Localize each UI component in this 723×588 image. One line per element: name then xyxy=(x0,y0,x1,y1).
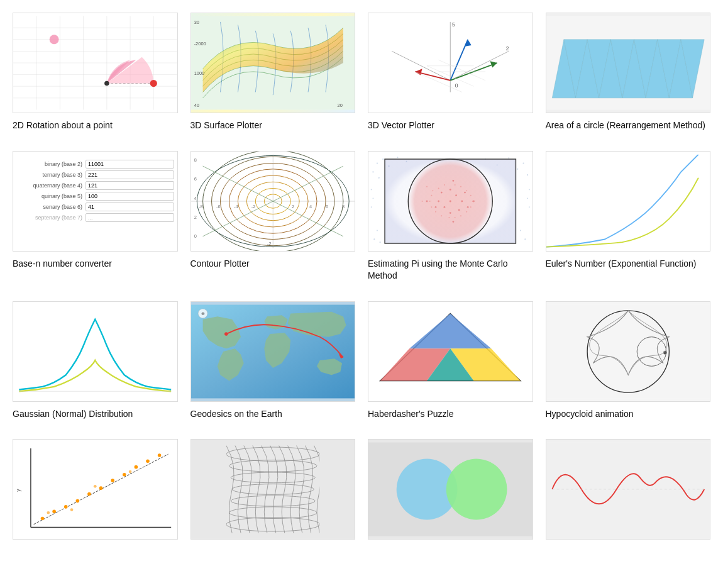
card-contour[interactable]: 8 6 4 2 0 8 6 4 2 -2 -4 -6 -8 -2 xyxy=(190,151,356,282)
svg-point-173 xyxy=(41,517,45,521)
card-3d-vector[interactable]: 5 2 0 xyxy=(368,13,533,132)
card-base-n[interactable]: binary (base 2) 11001 ternary (base 3) 2… xyxy=(13,151,178,282)
card-title-3d-surface: 3D Surface Plotter xyxy=(190,119,356,132)
card-title-hypocycloid: Hypocycloid animation xyxy=(546,408,711,421)
thumb-contour: 8 6 4 2 0 8 6 4 2 -2 -4 -6 -8 -2 xyxy=(190,151,356,252)
card-row4c[interactable] xyxy=(368,439,533,546)
svg-point-183 xyxy=(158,454,162,458)
svg-point-90 xyxy=(527,174,528,175)
svg-text:0: 0 xyxy=(455,82,458,89)
svg-rect-164 xyxy=(546,304,710,398)
thumb-row4a: y xyxy=(13,439,178,540)
svg-point-104 xyxy=(529,206,530,208)
svg-point-178 xyxy=(99,487,103,491)
svg-point-145 xyxy=(431,206,433,208)
svg-point-103 xyxy=(527,197,528,199)
card-gaussian[interactable]: Gaussian (Normal) Distribution xyxy=(13,301,178,421)
svg-point-184 xyxy=(47,511,50,514)
svg-point-146 xyxy=(429,201,431,202)
card-grid: 2D Rotation about a point xyxy=(13,13,710,546)
svg-point-88 xyxy=(522,162,524,164)
svg-text:-2: -2 xyxy=(251,204,255,209)
svg-point-148 xyxy=(422,201,423,202)
card-geodesics[interactable]: ⊕ Geodesics on the Earth xyxy=(190,301,356,421)
svg-text:-4: -4 xyxy=(233,204,238,209)
svg-point-100 xyxy=(373,197,374,199)
svg-point-16 xyxy=(50,35,59,44)
svg-point-129 xyxy=(426,186,428,187)
svg-point-132 xyxy=(444,184,445,186)
svg-point-142 xyxy=(448,217,450,218)
svg-point-83 xyxy=(377,162,378,164)
svg-rect-188 xyxy=(191,443,355,536)
card-row4a[interactable]: y xyxy=(13,439,178,546)
svg-point-87 xyxy=(378,177,380,178)
svg-point-99 xyxy=(371,189,372,190)
card-hypocycloid[interactable]: Hypocycloid animation xyxy=(546,301,711,421)
svg-text:6: 6 xyxy=(194,176,196,182)
svg-point-144 xyxy=(435,211,436,212)
svg-text:-6: -6 xyxy=(216,204,221,209)
svg-point-106 xyxy=(520,230,521,231)
svg-point-185 xyxy=(70,509,74,512)
svg-point-92 xyxy=(524,238,526,240)
card-row4d[interactable] xyxy=(546,439,711,546)
card-2d-rotation[interactable]: 2D Rotation about a point xyxy=(13,13,178,132)
svg-point-157 xyxy=(224,332,228,336)
svg-point-94 xyxy=(397,157,399,158)
svg-point-141 xyxy=(455,217,456,218)
card-title-3d-vector: 3D Vector Plotter xyxy=(368,119,533,132)
svg-point-14 xyxy=(104,81,109,86)
svg-text:2: 2 xyxy=(292,204,294,209)
svg-text:4: 4 xyxy=(309,204,311,209)
card-title-area-circle: Area of a circle (Rearrangement Method) xyxy=(546,119,711,132)
thumb-base-n: binary (base 2) 11001 ternary (base 3) 2… xyxy=(13,151,178,252)
thumb-row4d xyxy=(546,439,711,540)
svg-point-86 xyxy=(372,171,373,172)
svg-point-174 xyxy=(52,510,56,514)
card-title-2d-rotation: 2D Rotation about a point xyxy=(13,119,178,132)
svg-point-137 xyxy=(472,201,473,202)
svg-text:2: 2 xyxy=(506,45,509,52)
svg-point-187 xyxy=(129,470,132,474)
svg-point-134 xyxy=(460,186,461,187)
card-title-estimating-pi: Estimating Pi using the Monte Carlo Meth… xyxy=(368,258,533,282)
card-title-euler: Euler's Number (Exponential Function) xyxy=(546,258,711,270)
thumb-haberdasher xyxy=(368,301,533,402)
svg-point-140 xyxy=(460,215,461,216)
card-title-haberdasher: Haberdasher's Puzzle xyxy=(368,408,533,421)
thumb-3d-surface: 30 -2000 1000 20 40 xyxy=(190,13,356,113)
svg-text:30: 30 xyxy=(194,19,199,25)
thumb-area-circle xyxy=(546,13,711,113)
svg-text:-8: -8 xyxy=(199,204,203,209)
svg-point-179 xyxy=(111,479,114,483)
thumb-geodesics: ⊕ xyxy=(190,301,356,402)
card-3d-surface[interactable]: 30 -2000 1000 20 40 3D Surface Plotter xyxy=(190,13,356,132)
svg-point-101 xyxy=(371,206,372,208)
svg-text:5: 5 xyxy=(452,21,455,28)
card-haberdasher[interactable]: Haberdasher's Puzzle xyxy=(368,301,533,421)
card-area-circle[interactable]: Area of a circle (Rearrangement Method) xyxy=(546,13,711,132)
svg-point-143 xyxy=(441,215,442,216)
svg-point-98 xyxy=(508,157,509,158)
svg-point-89 xyxy=(517,168,518,169)
thumb-estimating-pi xyxy=(368,151,533,252)
card-euler[interactable]: Euler's Number (Exponential Function) xyxy=(546,151,711,282)
svg-text:20: 20 xyxy=(337,103,342,108)
thumb-3d-vector: 5 2 0 xyxy=(368,13,533,113)
svg-text:⊕: ⊕ xyxy=(201,311,204,316)
svg-text:0: 0 xyxy=(194,233,196,238)
svg-point-84 xyxy=(382,158,384,159)
svg-point-91 xyxy=(373,238,375,240)
svg-text:8: 8 xyxy=(194,157,196,162)
card-row4b[interactable] xyxy=(190,439,356,546)
svg-point-130 xyxy=(432,190,433,191)
svg-point-105 xyxy=(377,230,378,231)
svg-point-199 xyxy=(446,459,507,520)
svg-point-175 xyxy=(64,505,68,509)
svg-point-180 xyxy=(123,473,126,477)
card-estimating-pi[interactable]: Estimating Pi using the Monte Carlo Meth… xyxy=(368,151,533,282)
card-title-contour: Contour Plotter xyxy=(190,258,356,270)
svg-point-177 xyxy=(87,492,91,496)
svg-text:1000: 1000 xyxy=(194,70,204,76)
